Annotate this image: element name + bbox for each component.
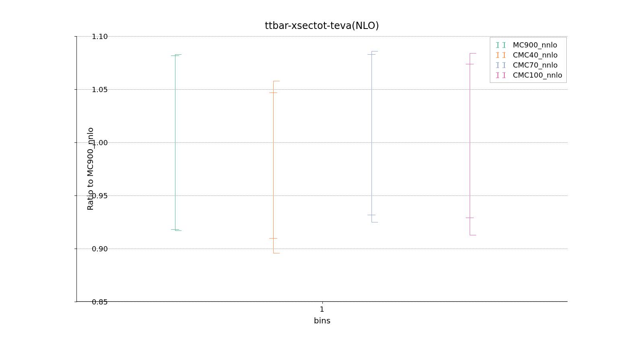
legend-item: MC900_nnlo: [494, 40, 562, 50]
legend-swatch: [494, 52, 509, 58]
legend-swatch: [494, 72, 509, 78]
errorbar-cap: [470, 53, 476, 53]
errorbar-cap: [175, 54, 182, 55]
legend-item: CMC70_nnlo: [494, 60, 562, 70]
errorbar-inner-cap: [171, 56, 179, 56]
errorbar-inner-cap: [466, 64, 474, 64]
errorbar-CMC70_nnlo: [372, 51, 372, 222]
errorbar-inner-cap: [367, 215, 376, 215]
x-axis-label: bins: [314, 316, 330, 325]
legend-label: MC900_nnlo: [513, 41, 557, 49]
legend-swatch: [494, 62, 509, 68]
errorbar-CMC100_nnlo: [470, 53, 470, 234]
legend-label: CMC40_nnlo: [513, 51, 557, 59]
ytick-label: 0.90: [84, 245, 108, 253]
legend-item: CMC40_nnlo: [494, 50, 562, 60]
errorbar-cap: [273, 253, 280, 253]
chart-title: ttbar-xsectot-teva(NLO): [40, 20, 604, 31]
errorbar-cap: [372, 222, 378, 222]
chart-container: ttbar-xsectot-teva(NLO) Ratio to MC900_n…: [40, 20, 604, 342]
ytick-label: 0.85: [84, 298, 108, 306]
ytick-label: 0.95: [84, 191, 108, 200]
xtick-label: 1: [320, 305, 324, 313]
legend-label: CMC70_nnlo: [513, 61, 557, 69]
ytick-label: 1.10: [84, 32, 108, 41]
errorbar-cap: [273, 81, 280, 81]
ytick-mark: [74, 89, 77, 90]
errorbar-inner-cap: [171, 229, 179, 230]
ytick-mark: [74, 249, 77, 249]
errorbar-inner-cap: [269, 238, 277, 239]
legend: MC900_nnloCMC40_nnloCMC70_nnloCMC100_nnl…: [490, 37, 567, 83]
legend-label: CMC100_nnlo: [513, 71, 562, 79]
errorbar-cap: [372, 51, 378, 51]
ytick-label: 1.05: [84, 85, 108, 94]
errorbar-cap: [470, 235, 476, 235]
legend-swatch: [494, 42, 509, 48]
gridline: [77, 142, 568, 143]
errorbar-CMC40_nnlo: [273, 81, 274, 253]
gridline: [77, 249, 568, 249]
ytick-mark: [74, 195, 77, 196]
errorbar-inner-cap: [269, 93, 277, 93]
ytick-label: 1.00: [84, 138, 108, 147]
ytick-mark: [74, 36, 77, 37]
plot-area: Ratio to MC900_nnlo bins MC900_nnloCMC40…: [76, 36, 568, 302]
gridline: [77, 36, 568, 37]
xtick-mark: [322, 301, 323, 304]
errorbar-cap: [175, 230, 182, 231]
errorbar-MC900_nnlo: [175, 54, 175, 230]
legend-item: CMC100_nnlo: [494, 70, 562, 80]
ytick-mark: [74, 302, 77, 302]
errorbar-inner-cap: [367, 54, 376, 55]
ytick-mark: [74, 142, 77, 143]
errorbar-inner-cap: [466, 218, 474, 218]
gridline: [77, 89, 568, 90]
gridline: [77, 195, 568, 196]
